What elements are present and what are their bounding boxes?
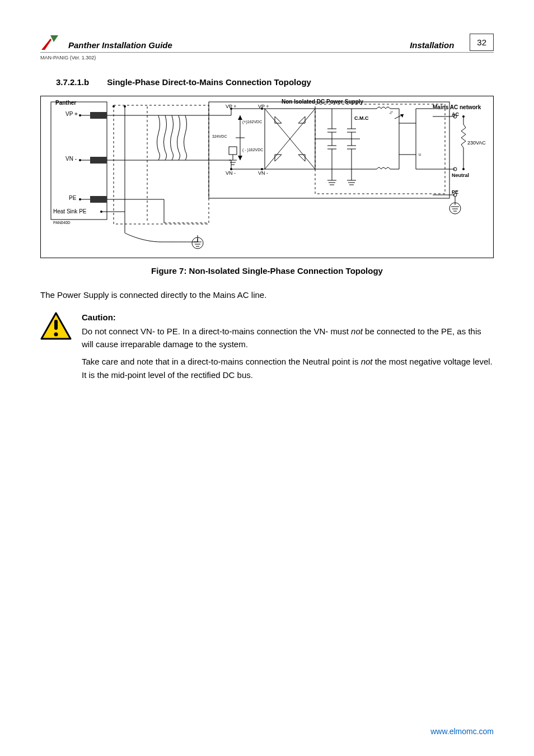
section-heading: 3.7.2.1.b Single-Phase Direct-to-Mains C…: [56, 77, 494, 87]
caution-text: Caution: Do not connect VN- to PE. In a …: [82, 311, 494, 386]
brand-logo: [40, 34, 63, 51]
section-name: Installation: [410, 40, 454, 51]
footer: www.elmomc.com: [430, 727, 494, 736]
fig-230vac: 230VAC: [467, 140, 486, 146]
fig-v-minus-162: ( - )162VDC: [242, 148, 263, 152]
figure-diagram: Panther VP + VN - PE Heat Sink PE PAN040…: [40, 96, 494, 258]
fig-vn-minus-b: VN -: [258, 170, 268, 176]
page-number: 32: [470, 34, 494, 51]
fig-heat-sink-pe: Heat Sink PE: [53, 208, 86, 214]
fig-panther-label: Panther: [55, 100, 76, 106]
fig-v-324: 324VDC: [212, 134, 227, 138]
svg-point-112: [54, 332, 58, 336]
fig-vp-plus-b: VP +: [258, 104, 269, 109]
svg-rect-12: [114, 105, 209, 224]
fig-psu-title: Non Isolated DC Power Supply: [282, 99, 363, 105]
fig-vp-plus: VP +: [65, 111, 78, 117]
caution-title: Caution:: [82, 311, 494, 324]
svg-point-6: [79, 159, 81, 161]
fig-neutral: Neutral: [452, 172, 469, 178]
doc-reference: MAN-PANIG (Ver. 1.302): [40, 55, 494, 60]
fig-u: u: [419, 152, 421, 156]
svg-marker-44: [238, 115, 242, 120]
fig-i-arrow: -I°: [389, 111, 393, 115]
svg-point-16: [113, 105, 115, 108]
svg-rect-1: [90, 112, 107, 119]
caution-paragraph-2: Take care and note that in a direct-to-m…: [82, 355, 494, 381]
caution-paragraph-1: Do not connect VN- to PE. In a direct-to…: [82, 325, 494, 351]
fig-mains-title: Mains AC network: [433, 104, 481, 110]
header-left: Panther Installation Guide: [40, 34, 172, 51]
caution-block: Caution: Do not connect VN- to PE. In a …: [40, 311, 494, 386]
svg-point-9: [79, 198, 81, 200]
fig-pan-ref: PAN040D: [53, 221, 71, 225]
caution-icon: [40, 312, 72, 386]
svg-point-102: [462, 115, 465, 118]
svg-rect-47: [229, 147, 237, 155]
figure-caption: Figure 7: Non-Isolated Single-Phase Conn…: [40, 266, 494, 276]
fig-v-plus-162: (+)162VDC: [242, 120, 262, 124]
fig-pe: PE: [69, 195, 76, 201]
fig-cmc: C.M.C: [354, 115, 369, 121]
svg-point-103: [462, 168, 465, 170]
fig-vn-minus-a: VN -: [226, 170, 236, 176]
svg-rect-4: [90, 157, 107, 164]
svg-point-3: [79, 114, 81, 116]
fig-ac: AC: [452, 111, 459, 117]
section-number: 3.7.2.1.b: [56, 77, 89, 87]
body-paragraph-1: The Power Supply is connected directly t…: [40, 289, 494, 302]
svg-point-11: [100, 211, 102, 213]
section-title: Single-Phase Direct-to-Mains Connection …: [107, 77, 311, 87]
page-header: Panther Installation Guide Installation …: [40, 34, 494, 53]
footer-link[interactable]: www.elmomc.com: [430, 727, 494, 736]
fig-vp-plus-a: VP +: [226, 104, 237, 109]
svg-rect-7: [90, 196, 107, 203]
svg-marker-45: [238, 156, 242, 160]
fig-pe-right: PE: [452, 189, 458, 195]
svg-rect-111: [54, 320, 58, 330]
fig-vn-minus: VN -: [65, 156, 77, 162]
svg-rect-77: [399, 123, 416, 155]
doc-title: Panther Installation Guide: [68, 40, 172, 51]
